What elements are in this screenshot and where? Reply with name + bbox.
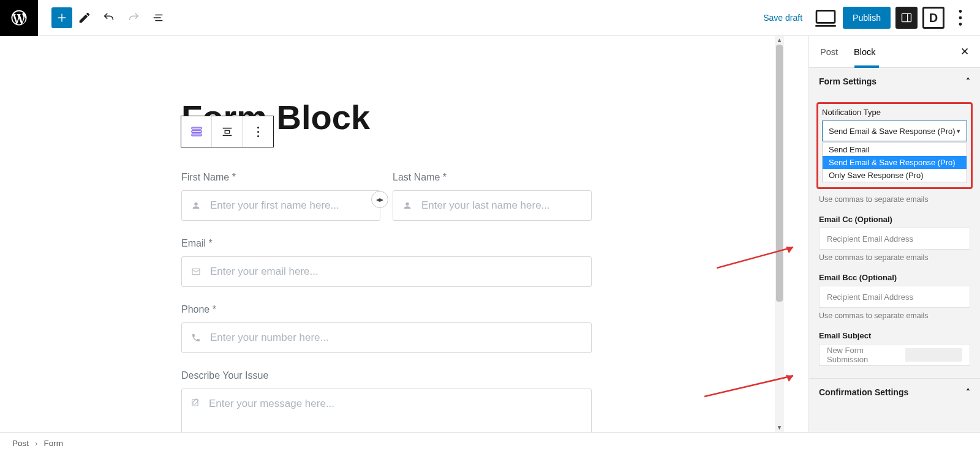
editor-topbar: Save draft Publish D [0,0,980,36]
svg-rect-12 [192,127,202,129]
breadcrumb: Post › Form [0,432,980,454]
panel-confirmation-settings[interactable]: Confirmation Settings ˄ [809,378,980,405]
chevron-up-icon: ˄ [966,387,970,397]
tab-post[interactable]: Post [820,37,838,67]
column-resize-handle[interactable]: ◂▸ [371,191,388,208]
email-label: Email * [181,238,592,249]
plugin-d-icon[interactable]: D [922,7,944,29]
svg-rect-18 [192,269,200,274]
svg-marker-23 [786,247,793,253]
shortcode-chip [905,348,962,362]
email-placeholder: Enter your email here... [210,266,318,278]
svg-rect-5 [816,10,835,23]
notification-type-select[interactable]: Send Email & Save Response (Pro) ▾ [822,121,967,141]
confirmation-title: Confirmation Settings [819,387,908,397]
svg-rect-7 [902,13,911,21]
email-cc-input[interactable]: Recipient Email Address [819,228,970,250]
editor-canvas: Form Block ◂▸ First Name * Enter your fi… [0,36,784,432]
scroll-track[interactable] [775,45,784,423]
notification-option[interactable]: Send Email [823,143,967,156]
svg-marker-25 [786,375,793,382]
last-name-placeholder: Enter your last name here... [421,199,550,212]
email-subject-input[interactable]: New Form Submission [819,344,970,366]
svg-rect-13 [192,131,202,133]
scroll-down-caret[interactable]: ▼ [775,423,784,432]
notification-option[interactable]: Only Save Response (Pro) [823,169,967,182]
phone-placeholder: Enter your number here... [210,332,329,344]
svg-rect-16 [225,130,229,133]
undo-icon[interactable] [97,0,121,36]
panel-form-settings[interactable]: Form Settings ˄ [809,68,980,95]
scroll-thumb[interactable] [776,45,783,302]
first-name-placeholder: Enter your first name here... [210,199,339,212]
phone-icon [190,333,202,343]
issue-field[interactable]: Enter your message here... [181,389,592,432]
user-icon [402,201,413,210]
email-subject-value: New Form Submission [827,346,902,364]
breadcrumb-separator: › [35,439,38,448]
edit-mode-icon[interactable] [72,0,97,36]
chevron-down-icon: ▾ [957,127,960,135]
phone-label: Phone * [181,304,592,315]
email-cc-label: Email Cc (Optional) [819,215,970,224]
first-name-label: First Name * [181,172,380,183]
annotation-highlight-box: Notification Type Send Email & Save Resp… [816,102,973,189]
settings-sidebar-toggle[interactable] [895,7,918,29]
notification-type-dropdown: Send Email Send Email & Save Response (P… [822,143,967,182]
canvas-scrollbar[interactable]: ▲ ▼ [775,36,784,432]
block-type-form-icon[interactable] [181,116,212,147]
redo-icon[interactable] [121,0,146,36]
help-text: Use commas to separate emails [819,311,970,320]
envelope-icon [190,267,202,277]
svg-rect-14 [192,134,202,136]
notification-type-label: Notification Type [822,108,967,117]
panel-title: Form Settings [819,76,876,86]
form-block: First Name * Enter your first name here.… [181,172,592,432]
block-toolbar [181,116,274,147]
first-name-field[interactable]: Enter your first name here... [181,190,380,221]
user-icon [190,201,202,210]
breadcrumb-form[interactable]: Form [44,439,64,448]
preview-icon[interactable] [813,6,838,30]
email-bcc-input[interactable]: Recipient Email Address [819,286,970,308]
settings-sidebar: Post Block ✕ Form Settings ˄ Notificatio… [809,36,980,432]
save-draft-button[interactable]: Save draft [757,8,809,28]
email-subject-label: Email Subject [819,331,970,340]
add-block-button[interactable] [51,7,72,28]
email-field[interactable]: Enter your email here... [181,256,592,287]
publish-button[interactable]: Publish [843,7,891,29]
breadcrumb-post[interactable]: Post [12,439,29,448]
svg-point-9 [959,10,962,13]
more-options-icon[interactable] [949,7,971,29]
email-cc-placeholder: Recipient Email Address [827,234,913,244]
close-sidebar-icon[interactable]: ✕ [960,45,969,58]
block-more-icon[interactable] [243,116,273,147]
chevron-up-icon: ˄ [966,76,970,86]
last-name-label: Last Name * [393,172,592,183]
last-name-field[interactable]: Enter your last name here... [393,190,592,221]
edit-note-icon [190,398,200,432]
email-bcc-label: Email Bcc (Optional) [819,273,970,282]
notification-option[interactable]: Send Email & Save Response (Pro) [823,156,967,169]
help-text: Use commas to separate emails [819,253,970,262]
svg-point-10 [959,17,962,20]
tab-block[interactable]: Block [854,37,875,67]
wordpress-logo[interactable] [0,0,38,36]
help-text: Use commas to separate emails [819,195,970,204]
sidebar-tabs: Post Block ✕ [809,36,980,68]
email-bcc-placeholder: Recipient Email Address [827,292,913,302]
svg-point-11 [959,23,962,26]
issue-label: Describe Your Issue [181,370,592,381]
scroll-up-caret[interactable]: ▲ [775,36,784,45]
tab-underline [854,65,879,68]
block-align-icon[interactable] [212,116,243,147]
issue-placeholder: Enter your message here... [209,398,334,432]
document-overview-icon[interactable] [146,0,170,36]
notification-type-value: Send Email & Save Response (Pro) [829,127,956,136]
phone-field[interactable]: Enter your number here... [181,322,592,353]
